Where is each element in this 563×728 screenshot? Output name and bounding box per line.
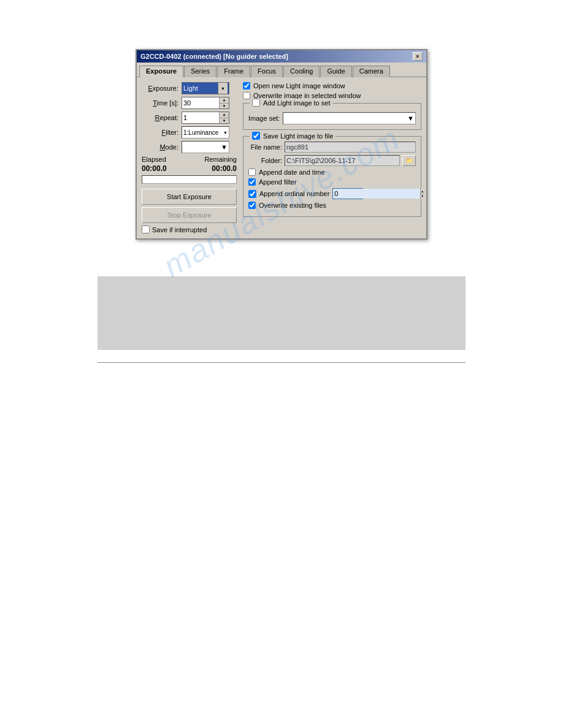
open-new-window-label: Open new Light image window <box>253 82 345 89</box>
save-file-groupbox: Save Light image to file File name: Fold… <box>243 136 421 217</box>
append-date-checkbox[interactable] <box>248 169 256 176</box>
elapsed-label: Elapsed <box>142 156 166 163</box>
repeat-spinbox[interactable]: ▲ ▼ <box>182 112 229 124</box>
ordinal-input[interactable] <box>333 189 420 199</box>
mode-dropdown[interactable]: ▼ <box>182 141 229 153</box>
bottom-rule <box>98 362 465 363</box>
remaining-value: 00:00.0 <box>212 164 237 173</box>
ordinal-up-button[interactable]: ▲ <box>421 189 424 194</box>
stop-exposure-button[interactable]: Stop Exposure <box>142 207 237 223</box>
filter-dropdown[interactable]: 1:Luminance ▼ <box>182 126 229 138</box>
ordinal-down-button[interactable]: ▼ <box>421 194 424 199</box>
content-area: Exposure: Light ▼ Time [s]: 30 ▲ ▼ <box>137 77 426 238</box>
ordinal-spinbox-buttons: ▲ ▼ <box>420 189 424 199</box>
filter-dropdown-arrow: ▼ <box>223 131 228 135</box>
bottom-gray-area <box>98 276 465 350</box>
append-filter-label: Append filter <box>259 178 297 186</box>
append-date-row: Append date and time <box>248 169 416 176</box>
save-interrupted-checkbox[interactable] <box>142 226 150 233</box>
tab-series[interactable]: Series <box>184 66 216 77</box>
right-panel: Open new Light image window Overwrite im… <box>243 82 421 233</box>
folder-browse-button[interactable]: 📁 <box>402 155 416 166</box>
repeat-spinbox-buttons: ▲ ▼ <box>219 112 229 123</box>
append-date-label: Append date and time <box>259 169 325 176</box>
mode-row: Mode: ▼ <box>142 141 237 153</box>
time-input[interactable]: 30 <box>182 97 219 108</box>
repeat-input[interactable] <box>182 112 219 123</box>
tab-frame[interactable]: Frame <box>217 66 250 77</box>
folder-input[interactable] <box>285 155 400 166</box>
exposure-value: Light <box>183 85 198 92</box>
append-filter-checkbox[interactable] <box>248 178 256 186</box>
folder-row: Folder: 📁 <box>248 155 416 166</box>
overwrite-files-label: Overwrite existing files <box>259 202 326 209</box>
save-interrupted-row: Save if interrupted <box>142 226 237 233</box>
exposure-dropdown-arrow[interactable]: ▼ <box>218 83 228 94</box>
open-new-window-checkbox[interactable] <box>243 82 250 89</box>
close-button[interactable]: × <box>413 52 423 61</box>
tab-bar: Exposure Series Frame Focus Cooling Guid… <box>137 63 426 77</box>
exposure-row: Exposure: Light ▼ <box>142 82 237 94</box>
time-down-button[interactable]: ▼ <box>220 104 229 109</box>
append-ordinal-row: Append ordinal number ▲ ▼ <box>248 188 416 199</box>
overwrite-files-checkbox[interactable] <box>248 202 256 209</box>
image-set-label: Image set: <box>248 115 280 122</box>
progress-bar <box>142 175 237 184</box>
repeat-row: Repeat: ▲ ▼ <box>142 112 237 124</box>
add-image-checkbox[interactable] <box>252 99 260 107</box>
add-image-legend: Add Light image to set <box>250 99 332 107</box>
time-row: Time [s]: 30 ▲ ▼ <box>142 97 237 109</box>
add-image-groupbox: Add Light image to set Image set: ▼ <box>243 103 421 130</box>
remaining-label: Remaining <box>204 156 237 163</box>
tab-camera[interactable]: Camera <box>353 66 390 77</box>
filter-row: Filter: 1:Luminance ▼ <box>142 126 237 138</box>
folder-label: Folder: <box>248 157 282 164</box>
start-exposure-button[interactable]: Start Exposure <box>142 189 237 205</box>
append-filter-row: Append filter <box>248 178 416 186</box>
overwrite-files-row: Overwrite existing files <box>248 202 416 209</box>
open-new-window-row: Open new Light image window <box>243 82 421 89</box>
save-file-legend-label: Save Light image to file <box>263 132 333 140</box>
add-image-legend-label: Add Light image to set <box>263 99 330 107</box>
append-ordinal-checkbox[interactable] <box>248 190 256 198</box>
mode-label: Mode: <box>142 143 182 151</box>
image-set-dropdown[interactable]: ▼ <box>283 112 416 124</box>
title-bar: G2CCD-0402 (connected) [No guider select… <box>137 50 426 63</box>
image-set-dropdown-arrow: ▼ <box>407 115 414 122</box>
exposure-label: Exposure: <box>142 85 182 92</box>
time-spinbox-buttons: ▲ ▼ <box>219 97 229 108</box>
window-title: G2CCD-0402 (connected) [No guider select… <box>140 53 288 60</box>
tab-cooling[interactable]: Cooling <box>283 66 320 77</box>
image-set-row: Image set: ▼ <box>248 112 416 124</box>
filter-value: 1:Luminance <box>183 129 218 136</box>
time-label: Time [s]: <box>142 99 182 107</box>
time-spinbox[interactable]: 30 ▲ ▼ <box>182 97 229 109</box>
tab-focus[interactable]: Focus <box>251 66 283 77</box>
save-to-file-checkbox[interactable] <box>252 132 260 140</box>
save-file-legend: Save Light image to file <box>250 132 335 140</box>
mode-dropdown-arrow: ▼ <box>221 143 228 151</box>
elapsed-remaining-labels: Elapsed Remaining <box>142 156 237 163</box>
elapsed-remaining-values: 00:00.0 00:00.0 <box>142 164 237 173</box>
file-name-row: File name: <box>248 142 416 153</box>
repeat-label: Repeat: <box>142 114 182 121</box>
tab-guide[interactable]: Guide <box>320 66 351 77</box>
left-panel: Exposure: Light ▼ Time [s]: 30 ▲ ▼ <box>142 82 237 233</box>
time-up-button[interactable]: ▲ <box>220 97 229 104</box>
tab-exposure[interactable]: Exposure <box>139 66 183 77</box>
elapsed-value: 00:00.0 <box>142 164 167 173</box>
ordinal-spinbox[interactable]: ▲ ▼ <box>332 188 363 199</box>
append-ordinal-label: Append ordinal number <box>259 190 329 197</box>
exposure-dropdown[interactable]: Light ▼ <box>182 82 229 94</box>
save-interrupted-label: Save if interrupted <box>152 226 207 233</box>
file-name-label: File name: <box>248 143 282 151</box>
repeat-up-button[interactable]: ▲ <box>220 112 229 118</box>
repeat-down-button[interactable]: ▼ <box>220 118 229 124</box>
filter-label: Filter: <box>142 129 182 136</box>
file-name-input[interactable] <box>285 142 416 153</box>
main-window: G2CCD-0402 (connected) [No guider select… <box>136 49 427 240</box>
